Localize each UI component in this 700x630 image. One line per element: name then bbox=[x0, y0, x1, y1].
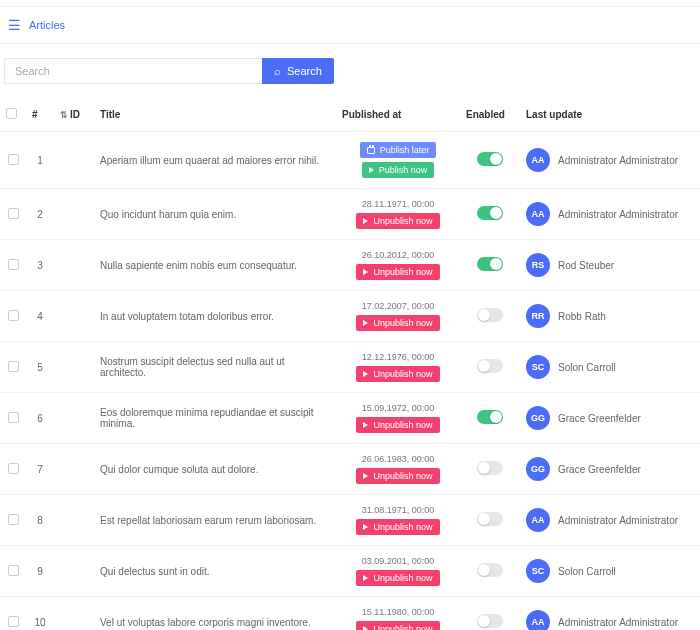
row-number: 3 bbox=[26, 240, 54, 291]
publish-later-button[interactable]: Publish later bbox=[360, 142, 437, 158]
enabled-toggle[interactable] bbox=[477, 257, 503, 271]
row-number: 6 bbox=[26, 393, 54, 444]
row-checkbox[interactable] bbox=[8, 310, 19, 321]
unpublish-now-button[interactable]: Unpublish now bbox=[356, 315, 439, 331]
menu-icon[interactable]: ☰ bbox=[8, 17, 21, 33]
table-row: 10 Vel ut voluptas labore corporis magni… bbox=[0, 597, 700, 631]
col-title-header[interactable]: Title bbox=[94, 98, 336, 132]
row-title[interactable]: Qui dolor cumque soluta aut dolore. bbox=[94, 444, 336, 495]
send-icon bbox=[363, 626, 368, 630]
published-date: 15.09.1972, 00:00 bbox=[362, 403, 435, 413]
unpublish-now-button[interactable]: Unpublish now bbox=[356, 264, 439, 280]
avatar: SC bbox=[526, 559, 550, 583]
table-row: 3 Nulla sapiente enim nobis eum consequa… bbox=[0, 240, 700, 291]
enabled-toggle[interactable] bbox=[477, 206, 503, 220]
row-title[interactable]: Qui delectus sunt in odit. bbox=[94, 546, 336, 597]
search-input[interactable] bbox=[4, 58, 262, 84]
user-cell: SC Solon Carroll bbox=[526, 559, 694, 583]
row-title[interactable]: In aut voluptatem totam doloribus error. bbox=[94, 291, 336, 342]
toggle-knob bbox=[478, 360, 490, 372]
breadcrumb[interactable]: Articles bbox=[29, 19, 65, 31]
row-checkbox[interactable] bbox=[8, 412, 19, 423]
row-id bbox=[54, 240, 94, 291]
avatar: AA bbox=[526, 508, 550, 532]
user-cell: AA Administrator Administrator bbox=[526, 508, 694, 532]
row-id bbox=[54, 393, 94, 444]
unpublish-now-button[interactable]: Unpublish now bbox=[356, 213, 439, 229]
send-icon bbox=[363, 320, 368, 326]
row-checkbox[interactable] bbox=[8, 259, 19, 270]
user-name: Administrator Administrator bbox=[558, 617, 678, 628]
enabled-toggle[interactable] bbox=[477, 461, 503, 475]
row-number: 5 bbox=[26, 342, 54, 393]
calendar-icon bbox=[367, 147, 375, 154]
unpublish-now-button[interactable]: Unpublish now bbox=[356, 519, 439, 535]
user-cell: RR Robb Rath bbox=[526, 304, 694, 328]
row-number: 9 bbox=[26, 546, 54, 597]
table-row: 1 Aperiam illum eum quaerat ad maiores e… bbox=[0, 132, 700, 189]
unpublish-now-button[interactable]: Unpublish now bbox=[356, 621, 439, 630]
row-checkbox[interactable] bbox=[8, 208, 19, 219]
enabled-toggle[interactable] bbox=[477, 512, 503, 526]
row-id bbox=[54, 291, 94, 342]
unpublish-now-button[interactable]: Unpublish now bbox=[356, 468, 439, 484]
row-checkbox[interactable] bbox=[8, 463, 19, 474]
row-title[interactable]: Nulla sapiente enim nobis eum consequatu… bbox=[94, 240, 336, 291]
col-lastupdate-header[interactable]: Last update bbox=[520, 98, 700, 132]
published-date: 17.02.2007, 00:00 bbox=[362, 301, 435, 311]
row-checkbox[interactable] bbox=[8, 361, 19, 372]
send-icon bbox=[363, 269, 368, 275]
row-id bbox=[54, 546, 94, 597]
unpublish-now-button[interactable]: Unpublish now bbox=[356, 417, 439, 433]
enabled-toggle[interactable] bbox=[477, 308, 503, 322]
row-checkbox[interactable] bbox=[8, 616, 19, 627]
row-checkbox[interactable] bbox=[8, 565, 19, 576]
avatar: GG bbox=[526, 457, 550, 481]
row-number: 4 bbox=[26, 291, 54, 342]
row-title[interactable]: Vel ut voluptas labore corporis magni in… bbox=[94, 597, 336, 631]
row-title[interactable]: Aperiam illum eum quaerat ad maiores err… bbox=[94, 132, 336, 189]
published-date: 12.12.1976, 00:00 bbox=[362, 352, 435, 362]
row-title[interactable]: Nostrum suscipit delectus sed nulla aut … bbox=[94, 342, 336, 393]
unpublish-now-button[interactable]: Unpublish now bbox=[356, 570, 439, 586]
unpublish-now-button[interactable]: Unpublish now bbox=[356, 366, 439, 382]
toggle-knob bbox=[478, 309, 490, 321]
row-checkbox[interactable] bbox=[8, 514, 19, 525]
toggle-knob bbox=[478, 513, 490, 525]
avatar: AA bbox=[526, 202, 550, 226]
sort-icon: ⇅ bbox=[60, 110, 68, 120]
toggle-knob bbox=[490, 153, 502, 165]
row-title[interactable]: Est repellat laboriosam earum rerum labo… bbox=[94, 495, 336, 546]
enabled-toggle[interactable] bbox=[477, 563, 503, 577]
user-name: Administrator Administrator bbox=[558, 209, 678, 220]
user-cell: AA Administrator Administrator bbox=[526, 148, 694, 172]
row-id bbox=[54, 132, 94, 189]
avatar: RR bbox=[526, 304, 550, 328]
enabled-toggle[interactable] bbox=[477, 359, 503, 373]
published-date: 28.11.1971, 00:00 bbox=[362, 199, 435, 209]
row-checkbox[interactable] bbox=[8, 154, 19, 165]
col-id-header[interactable]: ⇅ID bbox=[54, 98, 94, 132]
user-name: Solon Carroll bbox=[558, 566, 616, 577]
user-name: Administrator Administrator bbox=[558, 155, 678, 166]
publish-now-button[interactable]: Publish now bbox=[362, 162, 435, 178]
row-title[interactable]: Quo incidunt harum quia enim. bbox=[94, 189, 336, 240]
search-button[interactable]: ⌕ Search bbox=[262, 58, 334, 84]
row-title[interactable]: Eos doloremque minima repudiandae et sus… bbox=[94, 393, 336, 444]
topbar: ☰ Articles bbox=[0, 6, 700, 44]
row-number: 2 bbox=[26, 189, 54, 240]
table-row: 7 Qui dolor cumque soluta aut dolore. 26… bbox=[0, 444, 700, 495]
published-date: 15.11.1980, 00:00 bbox=[362, 607, 435, 617]
table-row: 9 Qui delectus sunt in odit. 03.09.2001,… bbox=[0, 546, 700, 597]
enabled-toggle[interactable] bbox=[477, 614, 503, 628]
send-icon bbox=[363, 218, 368, 224]
send-icon bbox=[363, 422, 368, 428]
col-enabled-header[interactable]: Enabled bbox=[460, 98, 520, 132]
select-all-checkbox[interactable] bbox=[6, 108, 17, 119]
send-icon bbox=[369, 167, 374, 173]
enabled-toggle[interactable] bbox=[477, 410, 503, 424]
enabled-toggle[interactable] bbox=[477, 152, 503, 166]
avatar: RS bbox=[526, 253, 550, 277]
avatar: AA bbox=[526, 148, 550, 172]
col-published-header[interactable]: Published at bbox=[336, 98, 460, 132]
